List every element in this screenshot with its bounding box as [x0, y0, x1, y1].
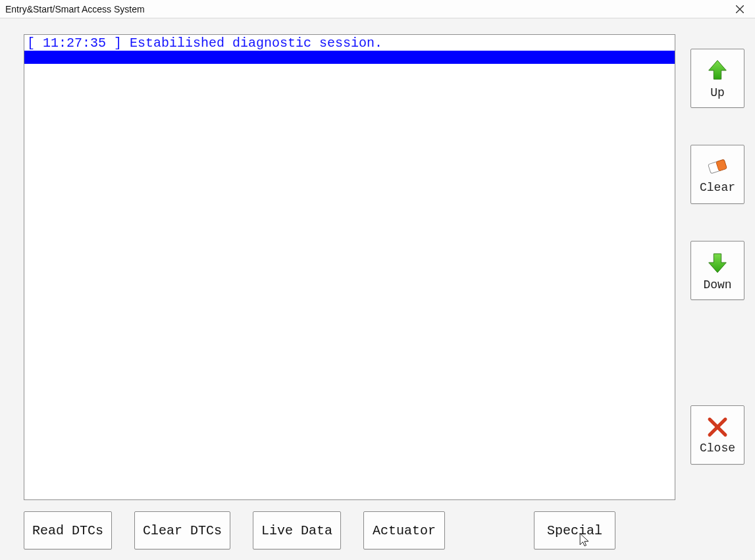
client-area: [ 11:27:35 ] Estabilished diagnostic ses…	[0, 18, 755, 560]
titlebar: Entry&Start/Smart Access System	[0, 0, 755, 18]
clear-button[interactable]: Clear	[690, 145, 744, 204]
x-icon	[706, 416, 729, 438]
diagnostic-console[interactable]: [ 11:27:35 ] Estabilished diagnostic ses…	[24, 34, 675, 500]
up-button-label: Up	[710, 87, 725, 99]
arrow-down-icon	[705, 250, 730, 275]
read-dtcs-label: Read DTCs	[32, 523, 103, 538]
special-button[interactable]: Special	[534, 511, 615, 549]
down-button[interactable]: Down	[690, 241, 744, 300]
live-data-button[interactable]: Live Data	[253, 511, 341, 549]
down-button-label: Down	[703, 279, 731, 291]
eraser-icon	[704, 155, 731, 178]
special-label: Special	[547, 523, 602, 538]
bottom-button-bar: Read DTCs Clear DTCs Live Data Actuator …	[24, 511, 747, 549]
side-button-rail: Up Clear Down	[690, 49, 747, 465]
clear-dtcs-button[interactable]: Clear DTCs	[134, 511, 230, 549]
read-dtcs-button[interactable]: Read DTCs	[24, 511, 112, 549]
clear-button-label: Clear	[700, 182, 735, 193]
console-line: [ 11:27:35 ] Estabilished diagnostic ses…	[24, 35, 675, 51]
console-selection-bar	[24, 51, 675, 64]
window-title: Entry&Start/Smart Access System	[5, 4, 145, 14]
arrow-up-icon	[705, 58, 730, 83]
close-icon	[736, 5, 744, 13]
live-data-label: Live Data	[261, 523, 332, 538]
actuator-label: Actuator	[373, 523, 436, 538]
clear-dtcs-label: Clear DTCs	[143, 523, 222, 538]
up-button[interactable]: Up	[690, 49, 744, 108]
window-close-button[interactable]	[725, 0, 755, 18]
close-button[interactable]: Close	[690, 405, 744, 465]
close-button-label: Close	[700, 442, 735, 454]
actuator-button[interactable]: Actuator	[363, 511, 445, 549]
